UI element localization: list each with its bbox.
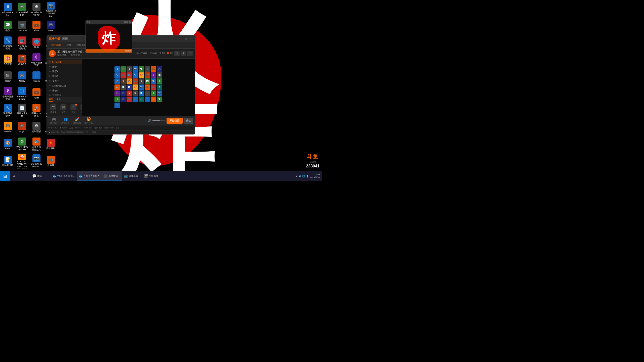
- taskbar-item-huya_stream[interactable]: 🎥 直播伴侣: [102, 171, 122, 181]
- mini-minimize[interactable]: —: [124, 21, 126, 23]
- taskbar-item-douyu_video[interactable]: 🎬 斗鱼视频: [142, 171, 162, 181]
- tray-battery[interactable]: 🔋: [306, 175, 309, 177]
- taskbar-item-douyu_web[interactable]: 🐟 斗鱼官方担世界: [77, 171, 102, 181]
- icon-image-uplay: 🎮: [18, 71, 26, 79]
- desktop-icon-uplay[interactable]: 🎮 Uplay: [16, 69, 29, 85]
- stop-button[interactable]: 停止: [184, 118, 193, 124]
- taskbar-items: 🖥 💬 微信 🐟 98094606-担世... 🐟 斗鱼官方担世界 🎥 直播伴侣…: [10, 171, 294, 181]
- assets-tab[interactable]: 素材: [49, 98, 53, 102]
- icon-image-thedivision: 🎮: [4, 122, 12, 130]
- desktop-icon-ie[interactable]: 🌐 Internet Explorer: [16, 85, 29, 102]
- icon-label-thedivision: TheDivisi...: [2, 130, 14, 133]
- scene-eye-sc2: 👁: [49, 66, 51, 68]
- mini-maximize[interactable]: □: [126, 21, 128, 23]
- status-time: □00:04:08: [104, 127, 113, 129]
- desktop-icon-wot_ru[interactable]: ⚙ World of Tanks RU: [16, 136, 29, 152]
- desktop-icon-wang163[interactable]: 🌐 网易: [30, 35, 43, 51]
- desktop-icon-xiaopei2[interactable]: 🎙 小佩声直播管家: [1, 85, 14, 102]
- scene-item-sc6[interactable]: 👁 贴吧珠金红包: [47, 83, 82, 88]
- tray-sound[interactable]: 🔊: [298, 175, 301, 177]
- tab-my-stream[interactable]: 我的场景: [49, 42, 64, 48]
- desktop-icon-baifu[interactable]: 🧧 拜年福利: [44, 136, 57, 152]
- desktop-icon-qqphoto[interactable]: 📷 QQ截图1220190122...: [44, 1, 57, 18]
- tray-arrow[interactable]: ▲: [296, 175, 298, 177]
- icon-image-wang163: 🌐: [32, 38, 41, 46]
- volume-icon: 🔊: [148, 119, 151, 122]
- desktop-icon-word2010[interactable]: 📝 Word 2010: [1, 153, 14, 169]
- icon-image-kugou: 🎵: [32, 71, 41, 79]
- scene-item-sc7[interactable]: 👁 播放2: [47, 88, 82, 93]
- desktop-icon-qqgame[interactable]: 🎯 QQ游戏: [1, 52, 14, 68]
- desktop-icon-controlpanel[interactable]: ⚙ 控制面板: [30, 119, 43, 135]
- icon-label-douyu: 斗鱼直播 捕鱼达人: [31, 146, 42, 151]
- desktop-icon-douyu[interactable]: 🐟 斗鱼直播 捕鱼达人: [30, 136, 43, 152]
- desktop-icon-aliim2[interactable]: 💼 AliIM: [30, 85, 43, 102]
- minimize-button[interactable]: —: [179, 37, 183, 40]
- go-live-button[interactable]: 开始直播: [167, 118, 183, 124]
- desktop-icon-admin[interactable]: 🖥 Administrate...: [1, 1, 14, 18]
- mini-close[interactable]: ✕: [129, 21, 131, 23]
- desktop-icon-wechat[interactable]: 💬 微信: [1, 18, 14, 34]
- desktop-icon-huya[interactable]: 📹 斗直播: [44, 153, 57, 169]
- scene-item-sc5[interactable]: 👁 文本中: [47, 79, 82, 83]
- desktop-icon-obseye[interactable]: 📹 OBS.exe: [16, 18, 29, 34]
- scene-item-sc3[interactable]: 👁 图形1: [47, 69, 82, 74]
- desktop-icon-qq_photo2[interactable]: 📷 QQ截图 20190126...: [30, 153, 43, 169]
- scene-item-sc8[interactable]: 👁 过年红包: [47, 93, 82, 97]
- status-cpu: CPU: 9%: [84, 127, 92, 129]
- desktop-icon-haijianlu[interactable]: 🔧 海淀驾校 驱动: [1, 35, 14, 51]
- desktop-icon-recyclebin[interactable]: 🗑 回收站: [1, 69, 14, 85]
- volume-slider[interactable]: [152, 120, 165, 121]
- close-button[interactable]: ✕: [189, 37, 193, 40]
- taskbar-item-huya_live[interactable]: 📺 虎牙直播: [122, 171, 142, 181]
- icon-image-recyclebin: 🗑: [4, 71, 12, 79]
- desktop-icon-movie[interactable]: 🎬 酷影2.0: [16, 52, 29, 68]
- screenshot-button[interactable]: ⊡: [174, 51, 180, 56]
- icon-label-aliim2: AliIM: [34, 97, 39, 99]
- icon-label-obseye: OBS.exe: [18, 29, 27, 32]
- desktop-icon-pubg[interactable]: 🎯 PLAYERUNKNOWN BATTLEGROUNDS: [16, 153, 29, 169]
- share-button[interactable]: ⤴: [187, 51, 193, 56]
- desktop-icon-tiantiansee[interactable]: 📺 天天看 高清影视: [16, 35, 29, 51]
- icon-label-haijianlu: 海淀驾校 驱动: [2, 45, 14, 50]
- streamer-sub: 军事游戏一一担责世界 ✏: [57, 54, 132, 57]
- toolbar-game-boost[interactable]: 🚀 游戏高速: [71, 117, 83, 125]
- tray-network[interactable]: 🌐: [302, 175, 305, 177]
- taskbar-item-douyu_stream[interactable]: 🐟 98094606-担世...: [50, 171, 77, 181]
- taskbar-clock[interactable]: 1:49 2019/2/25: [310, 173, 320, 179]
- asset-item-camera[interactable]: 📷 摄像头: [49, 103, 58, 115]
- taskbar-item-desktop[interactable]: 🖥: [10, 171, 30, 181]
- desktop-icon-qq163[interactable]: 🚀 网易UU加速器: [30, 102, 43, 119]
- maximize-button[interactable]: □: [184, 37, 188, 40]
- desktop-icon-steam[interactable]: 🎮 Steam: [44, 18, 57, 34]
- desktop-icon-origin[interactable]: 🎮 Origin: [16, 119, 29, 135]
- asset-item-phone[interactable]: 📱 手游: [69, 103, 78, 115]
- scene-item-sc1[interactable]: 👁 红 全屏1: [47, 60, 82, 64]
- tab-game[interactable]: 对战: [64, 42, 74, 48]
- desktop-icon-aliim[interactable]: 💼 AliIM: [30, 18, 43, 34]
- desktop-icon-thedivision[interactable]: 🎮 TheDivisi...: [1, 119, 14, 135]
- settings-button[interactable]: ⚙: [181, 51, 186, 56]
- desktop-icon-kugou[interactable]: 🎵 KuGou: [30, 69, 43, 85]
- game-boost-icon: 🚀: [75, 117, 79, 121]
- mini-bottom-bar: 开始直播: [86, 49, 132, 53]
- desktop-icon-xiaopei[interactable]: 🎙 小佩声直播管家: [30, 52, 43, 68]
- desktop-icon-paint[interactable]: 🎨 Paint: [1, 136, 14, 152]
- toolbar-shop[interactable]: 🎁 道具背包: [83, 117, 94, 125]
- toolbar-fans[interactable]: 👥 观管助手: [60, 117, 71, 125]
- taskbar-item-weixin[interactable]: 💬 微信: [30, 171, 50, 181]
- asset-item-game[interactable]: 🎮 游戏: [59, 103, 68, 115]
- toolbar-game-partner[interactable]: 🎮 游乐助手: [48, 117, 59, 125]
- tools-tab[interactable]: 工具: [56, 98, 61, 101]
- desktop-icon-newtextfile[interactable]: 📄 新建文本文件: [16, 102, 29, 119]
- start-button[interactable]: ⊞: [0, 171, 10, 181]
- scene-item-sc2[interactable]: 👁 图形2: [47, 64, 82, 69]
- desktop-icon-humanfall[interactable]: 🎮 Human Fall Flat: [16, 1, 29, 18]
- desktop-icon-wot_na[interactable]: ⚙ World of Tanks NA: [30, 1, 43, 18]
- scene-item-sc4[interactable]: 👁 图形2: [47, 74, 82, 79]
- status-delay: 延迟: 0:06:41: [69, 126, 81, 129]
- scene-eye-sc8: 👁: [49, 94, 51, 97]
- desktop-icon-haijianlu2[interactable]: 🔧 海淀驾校 驱动: [1, 102, 14, 119]
- asset-icon-phone: 📱: [70, 104, 76, 110]
- taskbar-label-weixin: 微信: [37, 174, 42, 177]
